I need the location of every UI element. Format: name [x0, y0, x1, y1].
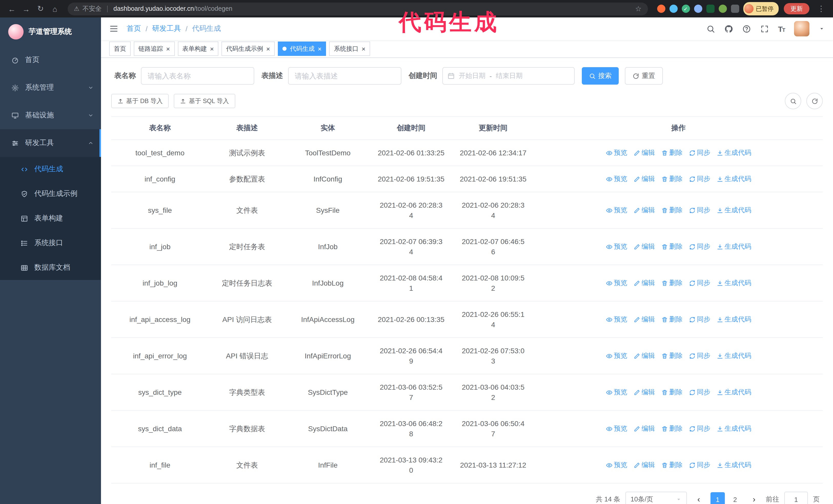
action-preview[interactable]: 预览 — [606, 174, 627, 184]
action-delete[interactable]: 删除 — [661, 387, 683, 398]
action-generate-code[interactable]: 生成代码 — [716, 241, 751, 252]
action-sync[interactable]: 同步 — [689, 460, 710, 470]
tab-close-icon[interactable]: × — [166, 45, 170, 52]
table-name-input[interactable] — [141, 67, 254, 85]
next-page-button[interactable]: › — [747, 492, 761, 504]
bookmark-star-icon[interactable]: ☆ — [635, 5, 642, 13]
action-delete[interactable]: 删除 — [661, 460, 683, 470]
browser-update-button[interactable]: 更新 — [784, 3, 809, 14]
action-edit[interactable]: 编辑 — [633, 148, 655, 158]
sidebar-item-0[interactable]: 首页 — [0, 46, 101, 74]
action-generate-code[interactable]: 生成代码 — [716, 205, 751, 215]
action-edit[interactable]: 编辑 — [633, 174, 655, 184]
action-sync[interactable]: 同步 — [689, 241, 710, 252]
browser-profile-chip[interactable]: 已暂停 — [743, 2, 779, 16]
user-avatar[interactable] — [794, 21, 809, 37]
column-header-3[interactable]: 创建时间 — [370, 117, 452, 140]
extension-icon-6[interactable] — [718, 5, 727, 13]
sidebar-subitem-1[interactable]: 代码生成示例 — [0, 182, 101, 206]
action-edit[interactable]: 编辑 — [633, 241, 655, 252]
extension-icon-3[interactable] — [682, 5, 690, 13]
tab-close-icon[interactable]: × — [266, 45, 270, 52]
action-generate-code[interactable]: 生成代码 — [716, 278, 751, 288]
help-icon[interactable] — [742, 24, 751, 33]
sidebar-item-1[interactable]: 系统管理 — [0, 74, 101, 101]
sidebar-toggle-icon[interactable] — [109, 24, 118, 33]
action-generate-code[interactable]: 生成代码 — [716, 424, 751, 434]
column-header-1[interactable]: 表描述 — [209, 117, 286, 140]
action-sync[interactable]: 同步 — [689, 351, 710, 361]
toggle-search-button[interactable] — [785, 93, 801, 109]
action-delete[interactable]: 删除 — [661, 278, 683, 288]
browser-back-icon[interactable]: ← — [5, 4, 19, 13]
table-desc-input[interactable] — [288, 67, 401, 85]
page-button-1[interactable]: 1 — [711, 492, 725, 504]
date-end-placeholder[interactable]: 结束日期 — [496, 71, 523, 80]
action-preview[interactable]: 预览 — [606, 424, 627, 434]
search-icon[interactable] — [706, 24, 715, 33]
font-size-icon[interactable]: TT — [778, 24, 785, 33]
page-size-select[interactable]: 10条/页 — [625, 492, 687, 504]
action-delete[interactable]: 删除 — [661, 351, 683, 361]
tab-5[interactable]: 系统接口× — [329, 42, 370, 56]
browser-home-icon[interactable]: ⌂ — [48, 4, 62, 13]
avatar-caret-icon[interactable] — [819, 26, 825, 32]
action-preview[interactable]: 预览 — [606, 241, 627, 252]
sidebar-subitem-4[interactable]: 数据库文档 — [0, 255, 101, 280]
breadcrumb-item-1[interactable]: 研发工具 — [152, 24, 181, 33]
date-start-placeholder[interactable]: 开始日期 — [459, 71, 485, 80]
column-header-4[interactable]: 更新时间 — [452, 117, 534, 140]
tab-4[interactable]: 代码生成× — [278, 42, 326, 56]
tab-close-icon[interactable]: × — [362, 45, 365, 52]
action-preview[interactable]: 预览 — [606, 460, 627, 470]
tab-0[interactable]: 首页 — [109, 42, 131, 56]
tab-3[interactable]: 代码生成示例× — [221, 42, 275, 56]
fullscreen-icon[interactable] — [760, 24, 769, 33]
action-sync[interactable]: 同步 — [689, 278, 710, 288]
goto-page-input[interactable] — [784, 492, 808, 504]
date-range-picker[interactable]: 开始日期 - 结束日期 — [443, 67, 575, 85]
action-delete[interactable]: 删除 — [661, 148, 683, 158]
sidebar-item-2[interactable]: 基础设施 — [0, 101, 101, 129]
extension-icon-4[interactable] — [694, 5, 702, 13]
refresh-table-button[interactable] — [806, 93, 823, 109]
app-logo[interactable]: 芋道管理系统 — [0, 18, 101, 46]
sidebar-subitem-2[interactable]: 表单构建 — [0, 206, 101, 231]
github-icon[interactable]: /> — [724, 24, 733, 33]
action-edit[interactable]: 编辑 — [633, 278, 655, 288]
action-preview[interactable]: 预览 — [606, 387, 627, 398]
tab-close-icon[interactable]: × — [210, 45, 214, 52]
action-delete[interactable]: 删除 — [661, 205, 683, 215]
action-generate-code[interactable]: 生成代码 — [716, 387, 751, 398]
action-edit[interactable]: 编辑 — [633, 205, 655, 215]
address-bar[interactable]: ⚠ 不安全 dashboard.yudao.iocoder.cn/tool/co… — [68, 2, 648, 15]
action-sync[interactable]: 同步 — [689, 314, 710, 325]
column-header-5[interactable]: 操作 — [534, 117, 823, 140]
action-preview[interactable]: 预览 — [606, 351, 627, 361]
page-button-2[interactable]: 2 — [728, 492, 742, 504]
browser-reload-icon[interactable]: ↻ — [34, 4, 47, 13]
action-sync[interactable]: 同步 — [689, 424, 710, 434]
reset-button[interactable]: 重置 — [625, 67, 663, 85]
browser-forward-icon[interactable]: → — [20, 4, 33, 13]
column-header-0[interactable]: 表名称 — [111, 117, 209, 140]
tab-close-icon[interactable]: × — [318, 45, 322, 52]
action-edit[interactable]: 编辑 — [633, 424, 655, 434]
action-preview[interactable]: 预览 — [606, 148, 627, 158]
action-sync[interactable]: 同步 — [689, 387, 710, 398]
search-button[interactable]: 搜索 — [582, 67, 619, 85]
extension-icon-1[interactable] — [657, 5, 665, 13]
action-generate-code[interactable]: 生成代码 — [716, 460, 751, 470]
action-preview[interactable]: 预览 — [606, 278, 627, 288]
action-preview[interactable]: 预览 — [606, 205, 627, 215]
action-sync[interactable]: 同步 — [689, 174, 710, 184]
import-db-button[interactable]: 基于 DB 导入 — [111, 94, 169, 108]
action-generate-code[interactable]: 生成代码 — [716, 148, 751, 158]
action-delete[interactable]: 删除 — [661, 174, 683, 184]
action-sync[interactable]: 同步 — [689, 148, 710, 158]
action-preview[interactable]: 预览 — [606, 314, 627, 325]
action-edit[interactable]: 编辑 — [633, 314, 655, 325]
prev-page-button[interactable]: ‹ — [692, 492, 705, 504]
sidebar-subitem-3[interactable]: 系统接口 — [0, 231, 101, 255]
action-delete[interactable]: 删除 — [661, 241, 683, 252]
